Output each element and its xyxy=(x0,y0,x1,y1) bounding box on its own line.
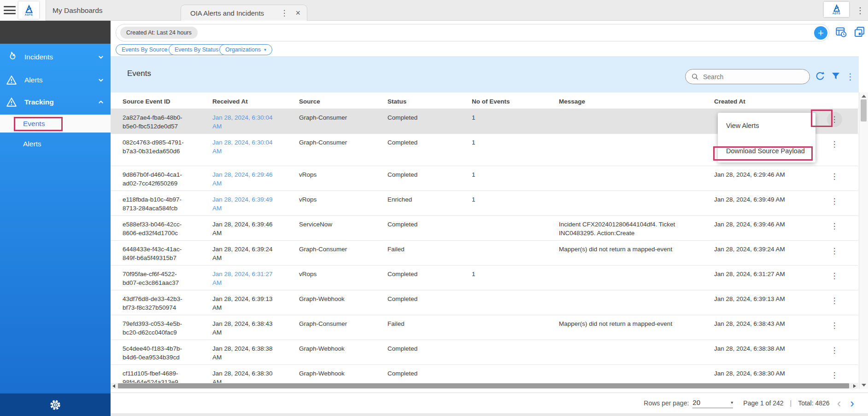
horizontal-scrollbar[interactable] xyxy=(111,383,858,389)
applied-filters-bar[interactable]: Created At: Last 24 hours + xyxy=(116,24,829,41)
message-cell: Mapper(s) did not return a mapped-event xyxy=(559,241,714,265)
total-count: Total: 4826 xyxy=(798,399,830,407)
source-event-id-cell: 2a827ae4-fba6-48b0-b5e0-fbc512de0d57 xyxy=(123,109,212,133)
table-row[interactable]: e588ef33-b046-42cc-8606-ed32f4d1700c Jan… xyxy=(111,216,858,241)
tab-kebab-icon[interactable]: ⋮ xyxy=(280,9,288,17)
status-cell: Completed xyxy=(387,340,472,364)
column-header-actions xyxy=(811,99,858,102)
menu-item-download-source-payload[interactable]: Download Source Payload xyxy=(726,147,805,155)
message-cell xyxy=(559,134,714,166)
menu-item-view-alerts[interactable]: View Alerts xyxy=(726,122,759,129)
topbar-kebab-icon[interactable]: ⋮ xyxy=(856,6,864,15)
organizations-pill[interactable]: Organizations▾ xyxy=(219,44,272,55)
chevron-down-icon xyxy=(97,53,105,61)
row-kebab-button[interactable]: ⋮ xyxy=(827,169,842,184)
sidebar-subitem-label: Alerts xyxy=(23,140,41,148)
row-kebab-button[interactable]: ⋮ xyxy=(827,343,842,358)
scroll-right-arrow-icon[interactable] xyxy=(853,384,856,388)
created-at-cell: Jan 28, 2024, 6:39:13 AM xyxy=(714,290,811,315)
search-box[interactable] xyxy=(685,69,810,84)
search-input[interactable] xyxy=(703,73,795,81)
table-row[interactable]: 79efd393-c053-4e5b-bc20-d62cc040fac9 Jan… xyxy=(111,315,858,340)
status-cell: Completed xyxy=(387,166,472,191)
pill-label: Events By Source xyxy=(122,46,167,53)
column-header[interactable]: Message xyxy=(559,93,714,109)
scheduled-view-icon[interactable] xyxy=(835,26,847,38)
received-at-cell: Jan 28, 2024, 6:39:13 AM xyxy=(212,290,299,315)
filter-funnel-icon[interactable] xyxy=(830,71,841,82)
sidebar-item-alerts[interactable]: Alerts xyxy=(0,69,111,91)
row-kebab-button[interactable]: ⋮ xyxy=(827,112,842,127)
sidebar-item-incidents[interactable]: Incidents xyxy=(0,46,111,68)
message-cell xyxy=(559,266,714,290)
column-header[interactable]: Status xyxy=(387,93,472,109)
source-event-id-cell: 70f95fae-cf6f-4522-bd07-ec3c861aac37 xyxy=(123,266,212,290)
received-at-cell: Jan 28, 2024, 6:39:49 AM xyxy=(212,191,299,215)
row-context-menu: View Alerts Download Source Payload xyxy=(718,113,815,162)
sidebar-item-tracking[interactable]: Tracking xyxy=(0,92,111,113)
source-cell: Graph-Consumer xyxy=(299,241,387,265)
no-of-events-cell xyxy=(472,290,559,315)
row-kebab-button[interactable]: ⋮ xyxy=(827,194,842,209)
panel-title: Events xyxy=(127,69,151,78)
created-at-cell: Jan 28, 2024, 6:38:30 AM xyxy=(714,365,811,383)
table-row[interactable]: 5c4dee40-f183-4b7b-b4d6-0ea9534b39cd Jan… xyxy=(111,340,858,365)
row-kebab-button[interactable]: ⋮ xyxy=(827,293,842,308)
refresh-icon[interactable] xyxy=(815,71,826,82)
brand-text: AOTS xyxy=(833,12,840,15)
previous-page-button[interactable]: ‹ xyxy=(837,397,841,409)
source-event-id-cell: 6448433e-f43c-41ac-849f-b6a5f49315b7 xyxy=(123,241,212,265)
no-of-events-cell xyxy=(472,216,559,240)
table-row[interactable]: cf11d105-fbef-4689-98fd-64e524a313e9 Jan… xyxy=(111,365,858,383)
created-at-filter-chip[interactable]: Created At: Last 24 hours xyxy=(120,27,198,39)
received-at-cell: Jan 28, 2024, 6:39:46 AM xyxy=(212,216,299,240)
scroll-up-arrow-icon[interactable] xyxy=(862,95,866,98)
received-at-cell: Jan 28, 2024, 6:38:30 AM xyxy=(212,365,299,383)
column-header[interactable]: Created At xyxy=(714,93,811,109)
created-at-cell: Jan 28, 2024, 6:39:46 AM xyxy=(714,216,811,240)
source-event-id-cell: 43df76d8-de33-42b3-bf73-f8c327b50974 xyxy=(123,290,212,315)
rows-per-page-select[interactable]: 20 ▾ xyxy=(692,399,733,408)
source-cell: Graph-Consumer xyxy=(299,109,387,133)
source-event-id-cell: cf11d105-fbef-4689-98fd-64e524a313e9 xyxy=(123,365,212,383)
tab-oia-alerts-and-incidents[interactable]: OIA Alerts and Incidents ⋮ × xyxy=(181,5,307,21)
sidebar-subitem-alerts[interactable]: Alerts xyxy=(0,133,111,156)
column-header[interactable]: Received At xyxy=(212,93,299,109)
horizontal-scroll-thumb[interactable] xyxy=(118,383,849,388)
save-view-icon[interactable] xyxy=(853,26,866,38)
message-cell xyxy=(559,166,714,191)
row-kebab-button[interactable]: ⋮ xyxy=(827,268,842,283)
page-info: Page 1 of 242 xyxy=(743,399,783,407)
table-row[interactable]: e118fbda-b10c-4b97-8713-284aca584fcb Jan… xyxy=(111,191,858,216)
row-kebab-button[interactable]: ⋮ xyxy=(827,219,842,234)
scroll-left-arrow-icon[interactable] xyxy=(112,384,115,388)
created-at-cell: Jan 28, 2024, 6:38:43 AM xyxy=(714,315,811,340)
column-header[interactable]: Source xyxy=(299,93,387,109)
panel-kebab-icon[interactable]: ⋮ xyxy=(846,71,855,81)
row-kebab-button[interactable]: ⋮ xyxy=(827,368,842,383)
row-kebab-button[interactable]: ⋮ xyxy=(827,137,842,152)
table-row[interactable]: 9d867b0f-d460-4ca1-ad02-7cc42f650269 Jan… xyxy=(111,166,858,191)
tab-close-icon[interactable]: × xyxy=(295,9,300,17)
status-cell: Completed xyxy=(387,365,472,383)
no-of-events-cell xyxy=(472,315,559,340)
app-window: AOTS My Dashboards OIA Alerts and Incide… xyxy=(0,0,868,416)
hamburger-menu-icon[interactable] xyxy=(4,6,16,15)
add-filter-button[interactable]: + xyxy=(814,26,827,40)
table-row[interactable]: 43df76d8-de33-42b3-bf73-f8c327b50974 Jan… xyxy=(111,290,858,315)
row-kebab-button[interactable]: ⋮ xyxy=(827,318,842,333)
sidebar-subitem-events[interactable]: Events xyxy=(0,115,111,133)
gear-icon[interactable] xyxy=(48,398,62,412)
next-page-button[interactable]: › xyxy=(850,397,854,409)
column-header[interactable]: Source Event ID xyxy=(123,93,212,109)
table-row[interactable]: 70f95fae-cf6f-4522-bd07-ec3c861aac37 Jan… xyxy=(111,266,858,290)
vertical-scrollbar[interactable] xyxy=(859,92,868,389)
column-header[interactable]: No of Events xyxy=(472,93,559,109)
vertical-scroll-thumb[interactable] xyxy=(861,99,867,121)
table-row[interactable]: 6448433e-f43c-41ac-849f-b6a5f49315b7 Jan… xyxy=(111,241,858,266)
scroll-down-arrow-icon[interactable] xyxy=(862,384,866,387)
section-label[interactable]: My Dashboards xyxy=(53,0,103,21)
row-kebab-button[interactable]: ⋮ xyxy=(827,243,842,259)
status-cell: Failed xyxy=(387,315,472,340)
row-actions-cell: ⋮ xyxy=(811,315,858,340)
